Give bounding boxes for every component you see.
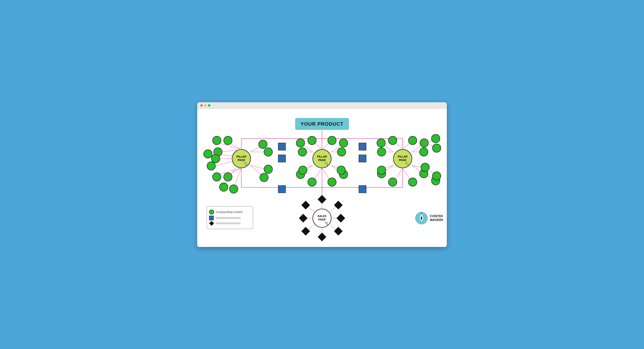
svg-text:PAGE: PAGE (399, 158, 406, 162)
svg-point-63 (337, 166, 346, 174)
svg-point-49 (296, 139, 305, 147)
svg-point-99 (377, 166, 386, 174)
svg-point-43 (260, 173, 268, 182)
svg-rect-138 (216, 217, 240, 219)
svg-point-37 (259, 140, 267, 148)
svg-point-69 (308, 178, 316, 186)
svg-line-106 (403, 168, 410, 180)
svg-point-39 (264, 148, 272, 156)
svg-rect-125 (334, 227, 342, 235)
main-diagram: YOUR PRODUCT PILLAR PAGE (201, 114, 443, 241)
minimize-button[interactable] (204, 104, 206, 107)
svg-point-17 (224, 136, 232, 145)
svg-point-35 (230, 185, 238, 193)
svg-point-135 (209, 210, 214, 214)
svg-text:Compounding Content: Compounding Content (216, 211, 242, 214)
svg-line-68 (314, 168, 322, 180)
svg-point-65 (308, 136, 316, 145)
svg-rect-127 (318, 233, 326, 241)
svg-line-98 (384, 165, 394, 168)
close-button[interactable] (200, 104, 203, 107)
svg-rect-129 (301, 227, 310, 235)
svg-rect-121 (334, 201, 342, 209)
svg-point-85 (432, 134, 440, 143)
maximize-button[interactable] (208, 104, 210, 107)
browser-content: YOUR PRODUCT PILLAR PAGE (197, 109, 447, 247)
svg-point-101 (388, 136, 397, 145)
svg-point-71 (328, 178, 336, 186)
svg-point-55 (298, 166, 307, 174)
svg-point-25 (212, 154, 220, 163)
svg-point-41 (264, 165, 272, 173)
svg-rect-119 (318, 195, 326, 204)
svg-line-104 (395, 168, 403, 180)
svg-line-36 (250, 146, 260, 152)
svg-rect-109 (278, 155, 286, 162)
svg-rect-131 (299, 214, 308, 222)
svg-line-64 (314, 142, 322, 149)
svg-line-66 (322, 142, 330, 149)
svg-line-100 (395, 142, 403, 149)
svg-line-70 (322, 168, 330, 180)
svg-text:CONTENT: CONTENT (430, 214, 443, 218)
svg-text:PILLAR: PILLAR (236, 155, 246, 158)
svg-text:SALES: SALES (318, 215, 326, 218)
svg-point-23 (204, 150, 212, 158)
svg-point-59 (337, 148, 346, 156)
svg-point-107 (408, 178, 417, 186)
svg-point-103 (408, 136, 417, 145)
svg-text:YOUR PRODUCT: YOUR PRODUCT (301, 121, 344, 127)
svg-point-31 (212, 173, 221, 181)
svg-point-51 (298, 148, 307, 156)
svg-point-57 (339, 139, 348, 147)
svg-point-79 (420, 148, 428, 156)
svg-text:PILLAR: PILLAR (317, 155, 327, 158)
browser-titlebar (197, 102, 447, 109)
svg-text:PAGE: PAGE (318, 158, 326, 162)
svg-rect-133 (301, 201, 310, 209)
svg-point-33 (220, 183, 228, 191)
svg-rect-112 (359, 155, 366, 162)
svg-point-27 (207, 162, 216, 170)
svg-text:PAGE: PAGE (318, 218, 326, 221)
svg-point-105 (388, 178, 397, 186)
svg-rect-113 (359, 186, 366, 193)
svg-rect-123 (336, 214, 345, 222)
svg-line-102 (403, 142, 410, 149)
svg-line-34 (234, 168, 241, 187)
svg-rect-137 (209, 216, 214, 220)
svg-rect-111 (359, 143, 366, 150)
svg-point-93 (377, 139, 385, 147)
browser-window: YOUR PRODUCT PILLAR PAGE (197, 102, 447, 247)
svg-text:PAGE: PAGE (238, 158, 245, 162)
svg-rect-108 (278, 143, 286, 150)
svg-rect-110 (278, 186, 286, 193)
svg-point-19 (212, 136, 221, 145)
svg-rect-140 (216, 222, 240, 224)
svg-text:MAVERICKS: MAVERICKS (430, 218, 443, 222)
svg-point-29 (224, 173, 232, 181)
svg-point-95 (377, 148, 386, 156)
svg-text:PILLAR: PILLAR (398, 155, 408, 158)
svg-point-87 (432, 144, 441, 152)
svg-point-67 (328, 136, 336, 145)
svg-point-91 (432, 172, 441, 180)
